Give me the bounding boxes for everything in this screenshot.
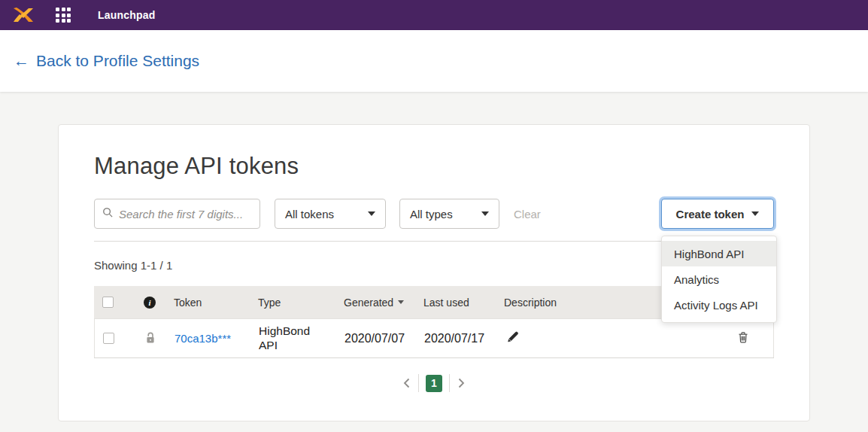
filters-row: All tokens All types Clear Create token … — [94, 199, 774, 229]
app-grid-icon[interactable] — [54, 6, 72, 24]
last-used-cell: 2020/07/17 — [424, 332, 505, 345]
topbar: Launchpad — [0, 0, 868, 30]
row-select-cell — [95, 333, 131, 344]
back-to-profile-settings-link[interactable]: ← Back to Profile Settings — [14, 52, 199, 70]
chevron-down-icon — [368, 211, 375, 216]
clear-filters-link[interactable]: Clear — [514, 208, 541, 221]
app-title: Launchpad — [98, 9, 155, 21]
menu-item-activity-logs-api[interactable]: Activity Logs API — [662, 292, 776, 318]
token-search-box — [94, 199, 260, 229]
header-info-cell: i — [130, 297, 174, 309]
pagination-separator — [418, 374, 419, 392]
create-token-button[interactable]: Create token — [661, 199, 774, 229]
create-token-label: Create token — [676, 208, 745, 221]
sort-desc-icon — [398, 300, 404, 304]
edit-description-button[interactable] — [505, 330, 520, 348]
create-token-menu: HighBond API Analytics Activity Logs API — [661, 236, 777, 323]
back-arrow-icon: ← — [14, 52, 29, 70]
back-link-label: Back to Profile Settings — [36, 52, 199, 70]
page-title: Manage API tokens — [94, 153, 774, 180]
chevron-down-icon — [751, 211, 759, 216]
current-page-button[interactable]: 1 — [426, 375, 442, 392]
type-cell: HighBond API — [259, 324, 344, 352]
pagination: 1 — [94, 374, 774, 392]
menu-item-analytics[interactable]: Analytics — [662, 266, 776, 292]
type-filter-value: All types — [410, 208, 453, 221]
actions-cell — [736, 330, 773, 348]
unlock-icon — [144, 331, 156, 346]
table-row: 70ca13b*** HighBond API 2020/07/07 2020/… — [94, 318, 774, 357]
delete-token-button[interactable] — [736, 330, 751, 348]
token-cell: 70ca13b*** — [175, 332, 259, 345]
row-checkbox[interactable] — [103, 333, 114, 344]
column-header-type[interactable]: Type — [258, 297, 344, 309]
description-cell — [505, 330, 736, 348]
header-select-all-cell — [94, 297, 130, 308]
column-header-last-used[interactable]: Last used — [423, 297, 504, 309]
manage-tokens-card: Manage API tokens All tokens All types C… — [58, 124, 810, 421]
pencil-icon — [506, 331, 519, 346]
create-token-dropdown: Create token HighBond API Analytics Acti… — [661, 199, 774, 229]
select-all-checkbox[interactable] — [102, 297, 114, 308]
info-icon[interactable]: i — [144, 297, 156, 309]
token-filter-select[interactable]: All tokens — [275, 199, 386, 229]
trash-icon — [737, 331, 749, 346]
generated-cell: 2020/07/07 — [344, 332, 424, 345]
galvanize-logo-icon[interactable] — [12, 6, 35, 24]
previous-page-button[interactable] — [395, 378, 418, 388]
search-input[interactable] — [119, 208, 252, 221]
next-page-button[interactable] — [450, 378, 473, 388]
column-header-generated[interactable]: Generated — [344, 297, 423, 309]
token-link[interactable]: 70ca13b*** — [175, 332, 231, 345]
back-strip: ← Back to Profile Settings — [0, 30, 868, 92]
search-icon — [102, 207, 114, 221]
menu-item-highbond-api[interactable]: HighBond API — [662, 241, 776, 266]
column-header-token[interactable]: Token — [174, 297, 258, 309]
token-filter-value: All tokens — [285, 208, 334, 221]
chevron-down-icon — [481, 211, 489, 216]
type-filter-select[interactable]: All types — [399, 199, 499, 229]
row-lock-cell — [131, 331, 175, 346]
